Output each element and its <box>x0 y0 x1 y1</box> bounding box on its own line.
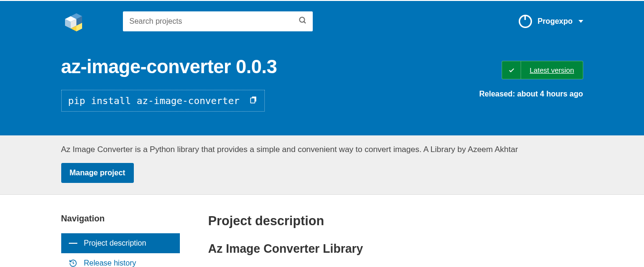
pip-install-box: pip install az-image-converter <box>61 90 265 112</box>
library-title: Az Image Converter Library <box>208 242 583 256</box>
nav-item-label: Release history <box>84 259 136 267</box>
check-icon <box>502 61 521 79</box>
search-wrap <box>123 11 313 31</box>
svg-point-7 <box>299 17 305 22</box>
chevron-down-icon <box>579 20 583 23</box>
package-title: az-image-converter 0.0.3 <box>61 56 277 77</box>
user-menu[interactable]: Progexpo <box>519 15 583 28</box>
nav-item-label: Project description <box>84 239 147 248</box>
username: Progexpo <box>538 17 573 26</box>
nav-release-history[interactable]: Release history <box>61 253 180 267</box>
pypi-logo[interactable] <box>61 10 90 33</box>
svg-line-8 <box>304 21 306 23</box>
section-title: Project description <box>208 214 583 229</box>
search-input[interactable] <box>123 11 313 31</box>
manage-project-button[interactable]: Manage project <box>61 163 134 183</box>
search-icon[interactable] <box>299 16 307 27</box>
nav-project-description[interactable]: Project description <box>61 233 180 253</box>
released-text: Released: about 4 hours ago <box>479 90 583 98</box>
copy-icon[interactable] <box>249 95 258 106</box>
nav-heading: Navigation <box>61 214 180 224</box>
history-icon <box>69 259 77 267</box>
badge-label: Latest version <box>521 61 582 79</box>
power-icon <box>519 15 532 28</box>
svg-rect-10 <box>251 98 255 103</box>
package-summary: Az Image Converter is a Python library t… <box>61 145 583 154</box>
latest-version-badge[interactable]: Latest version <box>502 61 583 79</box>
list-icon <box>69 242 77 245</box>
pip-command: pip install az-image-converter <box>68 95 240 106</box>
